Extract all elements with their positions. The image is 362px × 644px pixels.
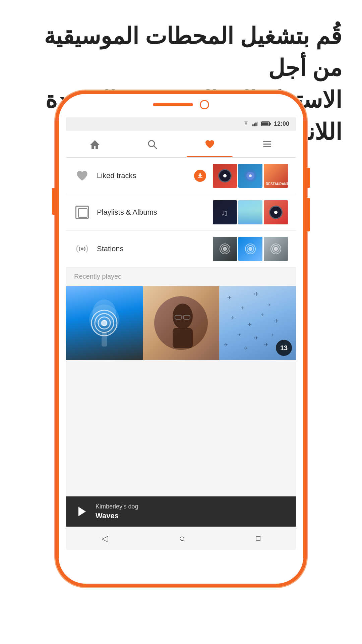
svg-rect-30: [173, 328, 193, 348]
nav-tabs: [66, 131, 296, 158]
thumb-2: [238, 164, 262, 188]
camera-hole: [200, 100, 209, 109]
phone-bottom-nav: ◁ ○ □: [66, 527, 296, 550]
svg-line-6: [154, 146, 157, 149]
music-note-icon: ♫: [219, 207, 231, 218]
svg-text:✈: ✈: [254, 335, 259, 341]
svg-point-25: [102, 320, 107, 326]
stations-label: Stations: [97, 245, 206, 253]
home-icon: [89, 139, 100, 150]
liked-tracks-item[interactable]: Liked tracks: [66, 158, 296, 194]
liked-tracks-thumbs: RESTAURANT: [213, 164, 288, 188]
svg-text:✈: ✈: [244, 345, 248, 351]
search-icon: [147, 139, 157, 149]
station-wave-1: [218, 242, 232, 256]
status-time: 12:00: [274, 120, 289, 127]
mini-player-artist: Kimberley's dog: [96, 503, 288, 510]
svg-rect-1: [254, 123, 255, 126]
liked-tracks-label: Liked tracks: [97, 171, 191, 180]
svg-text:✈: ✈: [224, 342, 229, 347]
playlist-thumb-1: ♫: [213, 200, 237, 224]
side-button-left: [52, 188, 57, 215]
radio-overlay-icon: [91, 310, 118, 336]
download-button[interactable]: [194, 170, 206, 182]
svg-point-12: [81, 248, 83, 250]
svg-point-16: [249, 247, 252, 251]
svg-rect-0: [252, 124, 254, 126]
svg-rect-3: [257, 122, 258, 126]
side-button-right-bottom: [305, 198, 310, 231]
station-wave-3: [269, 242, 283, 256]
svg-rect-2: [255, 122, 257, 126]
recent-item-tree[interactable]: [66, 286, 143, 360]
phone-screen: 12:00: [66, 117, 296, 550]
wifi-icon: [242, 121, 250, 126]
svg-text:✈: ✈: [275, 318, 279, 324]
svg-text:✈: ✈: [228, 295, 232, 301]
svg-text:✈: ✈: [248, 322, 252, 327]
mini-player-track: Waves: [96, 512, 288, 520]
recently-played-grid: ✈ ✈ ✈ ✈ ✈ ✈ ✈ ✈ ✈ ✈ ✈ ✈ ✈: [66, 286, 296, 360]
svg-marker-4: [90, 140, 100, 149]
svg-text:✈: ✈: [241, 305, 245, 311]
heart-gray-icon: [76, 170, 88, 181]
heart-icon: [205, 140, 215, 149]
playlists-label: Playlists & Albums: [97, 208, 206, 217]
playlist-thumb-3: [264, 200, 288, 224]
home-button[interactable]: ○: [179, 533, 185, 544]
person-silhouette: [161, 298, 204, 348]
tab-search[interactable]: [124, 131, 181, 157]
battery-icon: [261, 121, 270, 126]
signal-icon: [252, 121, 258, 126]
svg-text:✈: ✈: [261, 312, 265, 317]
tab-home[interactable]: [66, 131, 124, 157]
recently-played-label: Recently played: [74, 273, 122, 280]
play-triangle-icon: [78, 507, 86, 516]
liked-tracks-icon: [74, 168, 90, 184]
svg-text:✈: ✈: [264, 342, 269, 347]
svg-text:✈: ✈: [271, 333, 275, 337]
recent-item-person[interactable]: [143, 286, 220, 360]
hamburger-icon: [263, 141, 271, 147]
svg-text:✈: ✈: [238, 332, 242, 337]
stations-icon: [74, 241, 90, 257]
stations-thumbs: [213, 237, 288, 261]
status-bar: 12:00: [66, 117, 296, 131]
mini-player[interactable]: Kimberley's dog Waves: [66, 496, 296, 527]
playlist-thumb-2: [238, 200, 262, 224]
tab-liked[interactable]: [181, 131, 239, 157]
svg-text:✈: ✈: [231, 315, 235, 321]
disco-icon: [244, 169, 257, 182]
play-button[interactable]: [74, 504, 89, 519]
svg-text:✈: ✈: [268, 303, 271, 307]
svg-text:✈: ✈: [254, 291, 259, 298]
svg-point-10: [249, 174, 252, 177]
station-wave-2: [244, 242, 257, 256]
svg-rect-7: [198, 177, 202, 178]
mini-player-info: Kimberley's dog Waves: [96, 503, 288, 520]
side-button-right-top: [305, 168, 310, 188]
stations-item[interactable]: Stations: [66, 231, 296, 267]
station-thumb-1: [213, 237, 237, 261]
playlist-box-icon: [75, 206, 89, 219]
svg-text:♫: ♫: [221, 208, 228, 218]
back-button[interactable]: ◁: [102, 533, 108, 544]
recently-played-header: Recently played: [66, 267, 296, 286]
thumb-1: [213, 164, 237, 188]
playlists-icon: [74, 204, 90, 220]
thumb-3: RESTAURANT: [264, 164, 288, 188]
recent-item-drones[interactable]: ✈ ✈ ✈ ✈ ✈ ✈ ✈ ✈ ✈ ✈ ✈ ✈ ✈: [219, 286, 296, 360]
home-indicator: [153, 103, 193, 106]
station-thumb-2: [238, 237, 262, 261]
station-thumb-3: [264, 237, 288, 261]
recents-button[interactable]: □: [256, 534, 260, 543]
phone-top-bar: [153, 100, 209, 109]
svg-point-19: [274, 247, 278, 251]
playlists-albums-item[interactable]: Playlists & Albums ♫: [66, 194, 296, 231]
svg-point-13: [223, 247, 227, 251]
download-icon: [197, 173, 203, 179]
tab-menu[interactable]: [239, 131, 296, 157]
phone-frame: 12:00: [55, 91, 307, 587]
badge-13: 13: [276, 340, 292, 356]
radio-icon: [75, 243, 89, 255]
